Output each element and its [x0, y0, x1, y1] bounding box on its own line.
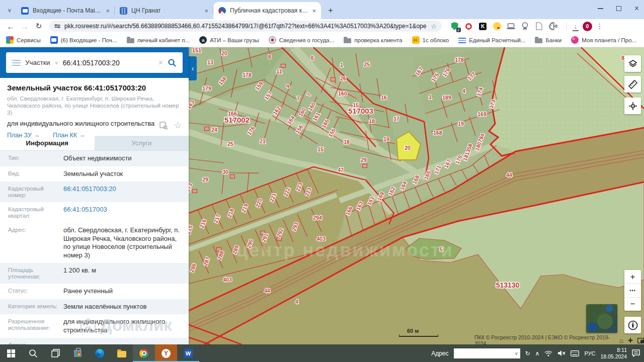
- parcel-label: 20: [405, 145, 411, 151]
- cadastral-map[interactable]: 2013817811612581581791591579261601616377…: [189, 47, 644, 344]
- menu-kebab-icon[interactable]: ⋮: [596, 22, 603, 30]
- puzzle-extension-icon[interactable]: [548, 22, 558, 31]
- attribute-label: Вид:: [0, 166, 62, 182]
- attribute-row: Кадастровый номер:66:41:0517003:20: [0, 182, 189, 202]
- forward-icon[interactable]: →: [19, 22, 30, 31]
- map-canvas[interactable]: 2013817811612581581791591579261601616377…: [189, 47, 644, 344]
- edge-button[interactable]: [89, 344, 111, 362]
- yandex-browser-button[interactable]: Y: [155, 344, 177, 362]
- tab-close-icon[interactable]: ×: [312, 7, 316, 15]
- microsoft-store-button[interactable]: [66, 344, 89, 362]
- collapse-panel-button[interactable]: ‹: [189, 56, 197, 80]
- new-tab-button[interactable]: +: [324, 4, 337, 17]
- show-hidden-icons-chevron[interactable]: ∧: [535, 350, 540, 357]
- zoom-controls: + ••• −: [624, 270, 641, 311]
- view-on-map-icon[interactable]: [159, 122, 168, 130]
- browser-tab[interactable]: Публичная кадастровая карта×: [213, 2, 321, 19]
- measure-button[interactable]: [624, 76, 641, 93]
- parcel-label: 294: [313, 215, 322, 221]
- browser-tab[interactable]: ЦН Гранат×: [115, 2, 213, 19]
- fullscreen-icon[interactable]: [637, 338, 644, 343]
- attribute-value: Ранее учтенный: [62, 284, 189, 299]
- zoom-out-button[interactable]: −: [624, 297, 641, 311]
- bookmark-item[interactable]: Единый Расчетный...: [458, 37, 525, 43]
- tab-close-icon[interactable]: ×: [106, 7, 110, 15]
- shield-extension-icon[interactable]: 2: [450, 22, 459, 31]
- menu-hamburger-icon[interactable]: [12, 60, 21, 66]
- wifi-icon[interactable]: [544, 350, 552, 356]
- bookmark-item[interactable]: Моя планета / Про...: [571, 36, 636, 44]
- bookmark-item[interactable]: aАТИ – Ваши грузы: [199, 36, 259, 44]
- browser-tab[interactable]: Входящие - Почта Mail.ru×: [16, 2, 115, 19]
- attribute-row: Категория земель:Земли населённых пункто…: [0, 299, 189, 315]
- refresh-icon[interactable]: ↻: [525, 350, 530, 357]
- tab-close-icon[interactable]: ×: [204, 7, 208, 15]
- bookmark-label: Сведения о госуда...: [279, 37, 334, 43]
- kaspersky-extension-icon[interactable]: K: [478, 22, 488, 31]
- laptop-extension-icon[interactable]: [506, 22, 516, 31]
- search-category-select[interactable]: Участки: [25, 59, 50, 66]
- bookmark-item[interactable]: 1С1с облоко: [412, 36, 449, 44]
- site-settings-icon[interactable]: [54, 25, 60, 28]
- search-box[interactable]: Участки ∨ 66:41:0517003:20 ×: [6, 52, 183, 73]
- minimize-icon[interactable]: [598, 8, 603, 9]
- word-button[interactable]: W: [177, 344, 199, 362]
- taskbar-clock[interactable]: 8:11 18.05.2024: [600, 347, 627, 359]
- tab-search-caret-icon[interactable]: ∨: [3, 3, 16, 17]
- locate-point-button[interactable]: [624, 98, 641, 114]
- yellow-circle-extension-icon[interactable]: [492, 22, 502, 31]
- bookmark-item[interactable]: личный кабинет п...: [127, 37, 190, 43]
- bookmark-item[interactable]: проверка клиента: [344, 37, 402, 43]
- start-button[interactable]: [0, 344, 22, 362]
- bookmark-item[interactable]: Сервисы: [6, 36, 41, 44]
- divider: [566, 22, 567, 30]
- language-indicator[interactable]: РУС: [584, 350, 595, 356]
- search-input[interactable]: 66:41:0517003:20: [63, 59, 154, 67]
- ruler-icon: [628, 79, 638, 89]
- keyboard-icon[interactable]: [571, 350, 579, 356]
- attribute-value-link[interactable]: 66:41:0517003: [62, 202, 189, 223]
- store-icon: [74, 350, 82, 357]
- bookmark-item[interactable]: Банки: [535, 37, 561, 43]
- task-view-button[interactable]: [44, 344, 66, 362]
- center-map-icon[interactable]: [627, 337, 633, 343]
- favorite-star-icon[interactable]: ☆: [174, 120, 182, 131]
- compass-button[interactable]: [624, 317, 641, 333]
- zoom-in-button[interactable]: +: [624, 270, 641, 284]
- downloads-icon[interactable]: ↓: [572, 23, 580, 30]
- volume-muted-icon[interactable]: [557, 350, 566, 356]
- plan-kk-link[interactable]: План КК →: [53, 132, 85, 139]
- search-icon[interactable]: [168, 58, 177, 67]
- bookmark-item[interactable]: Сведения о госуда...: [269, 36, 334, 44]
- attribute-row: Вид:Земельный участок: [0, 166, 189, 182]
- zoom-levels-button[interactable]: •••: [624, 284, 641, 297]
- onec-icon: 1С: [412, 36, 420, 44]
- reload-icon[interactable]: ↻: [33, 22, 44, 31]
- layers-button[interactable]: [624, 55, 641, 72]
- address-toolbar-input[interactable]: ∨: [454, 348, 520, 358]
- parcel-label: 8: [268, 54, 271, 60]
- plan-zu-link[interactable]: План ЗУ →: [7, 132, 40, 139]
- notifications-icon[interactable]: [632, 349, 640, 357]
- maximize-icon[interactable]: [616, 6, 621, 11]
- medal-extension-icon[interactable]: [520, 22, 530, 31]
- profile-avatar[interactable]: 0: [583, 22, 592, 31]
- parcel-label: 20: [221, 50, 227, 56]
- bookmark-item[interactable]: (6) Входящие - Поч...: [50, 36, 117, 44]
- overview-minimap[interactable]: [586, 304, 617, 333]
- building-footprint: [363, 164, 367, 168]
- taskbar-search-button[interactable]: [22, 344, 44, 362]
- back-icon[interactable]: ←: [5, 22, 16, 31]
- clear-search-icon[interactable]: ×: [158, 58, 163, 67]
- bookmarks-list: Сервисы(6) Входящие - Поч...личный кабин…: [6, 36, 644, 44]
- home-icon[interactable]: ⌂: [619, 337, 623, 344]
- chrome-button[interactable]: [133, 344, 155, 362]
- bookmark-star-icon[interactable]: ☆: [431, 23, 437, 30]
- address-bar[interactable]: pkk.rosreestr.ru/#/search/56.66388908885…: [49, 21, 442, 32]
- url-text[interactable]: pkk.rosreestr.ru/#/search/56.66388908885…: [64, 23, 427, 30]
- close-icon[interactable]: ×: [634, 6, 639, 11]
- attribute-value-link[interactable]: 66:41:0517003:20: [62, 182, 189, 202]
- opera-extension-icon[interactable]: [464, 22, 473, 31]
- file-explorer-button[interactable]: [111, 344, 133, 362]
- page-extension-icon[interactable]: [534, 22, 544, 31]
